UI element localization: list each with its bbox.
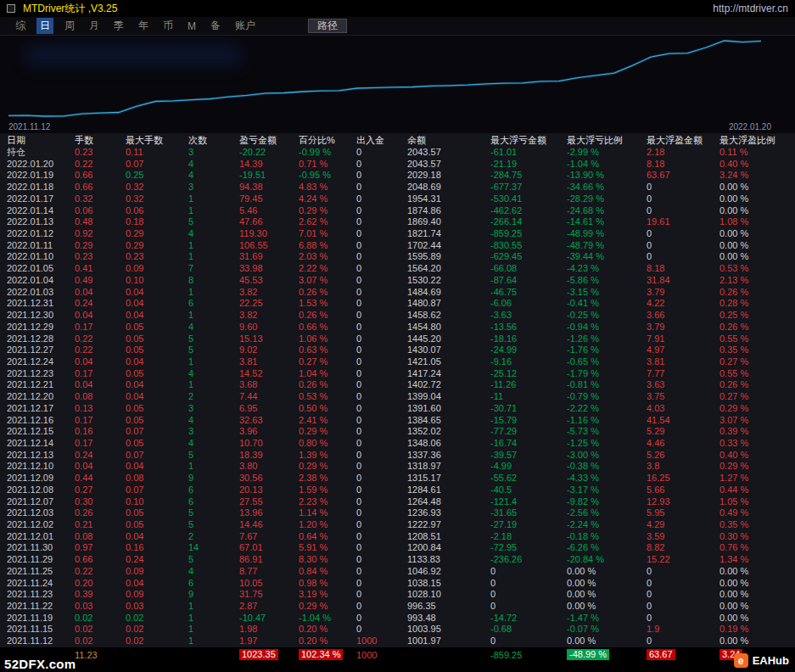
cell-deposit: 0 (356, 310, 407, 322)
menu-item-币[interactable]: 币 (160, 18, 176, 34)
table-row-2021.12.24[interactable]: 2021.12.240.040.0413.810.27 %01421.05-9.… (0, 356, 795, 368)
cell-deposit: 0 (356, 228, 407, 240)
cell-percent: 0.64 % (299, 531, 356, 543)
menu-item-M[interactable]: M (184, 20, 199, 33)
table-row-2022.01.18[interactable]: 2022.01.180.660.32394.384.83 %02048.69-6… (0, 182, 795, 193)
table-row-2021.12.03[interactable]: 2021.12.030.260.05513.961.14 %01236.93-3… (0, 507, 795, 519)
table-row-2021.11.29[interactable]: 2021.11.290.660.24586.918.30 %01133.83-2… (0, 554, 795, 566)
table-row-2021.12.31[interactable]: 2021.12.310.240.04622.251.53 %01480.87-6… (0, 298, 795, 310)
vendor-url[interactable]: http://mtdriver.cn (713, 3, 788, 14)
table-row-2021.11.25[interactable]: 2021.11.250.220.0948.770.84 %01046.9200.… (0, 566, 795, 578)
cell-balance: 993.48 (407, 613, 490, 624)
cell-max-lots: 0.29 (126, 240, 188, 252)
table-row-2021.11.12[interactable]: 2021.11.120.020.0211.970.20 %10001001.97… (0, 636, 795, 647)
cell-max-float-profit: 8.18 (647, 263, 719, 275)
cell-max-float-loss-pct: -1.79 % (567, 368, 647, 380)
cell-max-float-profit-pct: 0.40 % (719, 159, 795, 171)
cell-max-float-profit-pct: 0.55 % (719, 333, 795, 345)
cell-profit: 8.77 (239, 566, 299, 578)
table-row-2021.11.30[interactable]: 2021.11.300.970.161467.015.91 %01200.84-… (0, 542, 795, 554)
cell-max-float-profit: 63.67 (647, 170, 719, 182)
menu-item-备[interactable]: 备 (207, 18, 224, 34)
cell-max-lots: 0.04 (126, 391, 188, 403)
menu-item-日[interactable]: 日 (36, 18, 53, 34)
total-deposit: 1000 (356, 650, 407, 660)
cell-deposit: 0 (356, 205, 407, 217)
cell-balance: 1530.22 (407, 275, 490, 287)
cell-lots: 0.22 (75, 344, 126, 356)
equity-chart: 2021.11.12 2022.01.20 (0, 36, 795, 133)
cell-deposit: 0 (356, 333, 407, 345)
table-row-2021.12.28[interactable]: 2021.12.280.220.05515.131.06 %01445.20-1… (0, 333, 795, 345)
table-row-2021.12.02[interactable]: 2021.12.020.210.05514.461.20 %01222.97-2… (0, 519, 795, 531)
table-row-2021.12.30[interactable]: 2021.12.300.040.0413.820.26 %01458.62-3.… (0, 310, 795, 322)
table-row-2021.12.21[interactable]: 2021.12.210.040.0413.680.26 %01402.72-11… (0, 379, 795, 391)
cell-max-float-profit: 16.25 (647, 473, 719, 484)
table-row-2022.01.14[interactable]: 2022.01.140.060.0615.460.29 %01874.86-46… (0, 205, 795, 217)
cell-max-lots: 0.05 (126, 415, 188, 427)
menu-item-综[interactable]: 综 (12, 18, 29, 34)
cell-max-float-profit-pct: 0.00 % (719, 182, 795, 193)
path-button[interactable]: 路径 (308, 19, 347, 33)
table-row-2022.01.04[interactable]: 2022.01.040.490.10845.533.07 %01530.22-8… (0, 275, 795, 287)
table-row-2021.12.08[interactable]: 2021.12.080.270.07620.131.59 %01284.61-4… (0, 484, 795, 496)
table-row-2022.01.05[interactable]: 2022.01.050.410.09733.982.22 %01564.20-6… (0, 263, 795, 275)
cell-date: 2021.12.07 (7, 496, 75, 508)
table-row-2022.01.20[interactable]: 2022.01.200.220.07414.390.71 %02043.57-2… (0, 159, 795, 171)
table-row-2021.12.17[interactable]: 2021.12.170.130.0536.950.50 %01391.60-30… (0, 403, 795, 415)
cell-max-float-profit: 0 (647, 566, 719, 578)
menu-item-季[interactable]: 季 (110, 18, 127, 34)
cell-date: 2022.01.12 (7, 228, 75, 240)
menu-item-年[interactable]: 年 (135, 18, 152, 34)
table-row-持仓[interactable]: 持仓0.230.113-20.22-0.99 %02043.57-61.01-2… (0, 147, 795, 159)
cell-max-float-profit-pct: 0.00 % (719, 589, 795, 601)
menu-item-周[interactable]: 周 (61, 18, 78, 34)
table-row-2022.01.03[interactable]: 2022.01.030.040.0413.820.26 %01484.69-46… (0, 287, 795, 299)
cell-max-float-profit: 3.79 (647, 287, 719, 299)
cell-date: 2021.12.10 (7, 461, 75, 473)
table-row-2022.01.11[interactable]: 2022.01.110.290.291106.556.88 %01702.44-… (0, 240, 795, 252)
table-row-2021.12.23[interactable]: 2021.12.230.170.05414.521.04 %01417.24-2… (0, 368, 795, 380)
cell-max-float-profit: 8.18 (647, 159, 719, 171)
cell-max-float-profit: 4.22 (647, 298, 719, 310)
menu-item-账户[interactable]: 账户 (232, 18, 259, 34)
table-row-2022.01.13[interactable]: 2022.01.130.480.18547.662.62 %01869.40-2… (0, 216, 795, 228)
table-row-2021.11.19[interactable]: 2021.11.190.020.021-10.47-1.04 %0993.48-… (0, 613, 795, 624)
table-row-2021.12.29[interactable]: 2021.12.290.170.0549.600.66 %01454.80-13… (0, 322, 795, 333)
menu-item-月[interactable]: 月 (86, 18, 103, 34)
table-row-2021.12.15[interactable]: 2021.12.150.160.0733.960.29 %01352.02-77… (0, 426, 795, 438)
table-row-2022.01.17[interactable]: 2022.01.170.320.32179.454.24 %01954.31-5… (0, 193, 795, 205)
table-row-2021.11.24[interactable]: 2021.11.240.200.04610.050.98 %01038.1500… (0, 578, 795, 590)
table-row-2021.12.07[interactable]: 2021.12.070.300.10627.552.23 %01264.48-1… (0, 496, 795, 508)
table-row-2021.12.14[interactable]: 2021.12.140.170.05410.700.80 %01348.06-1… (0, 438, 795, 450)
cell-max-float-profit-pct: 0.27 % (719, 356, 795, 368)
cell-count: 8 (188, 275, 239, 287)
cell-max-lots: 0.05 (126, 368, 188, 380)
table-row-2021.11.15[interactable]: 2021.11.150.020.0211.980.20 %01003.95-0.… (0, 624, 795, 636)
cell-balance: 1484.69 (407, 287, 490, 299)
table-row-2021.12.20[interactable]: 2021.12.200.080.0427.440.53 %01399.04-11… (0, 391, 795, 403)
cell-max-float-profit-pct: 0.00 % (719, 205, 795, 217)
cell-max-float-loss-pct: -5.86 % (567, 275, 647, 287)
table-row-2021.12.16[interactable]: 2021.12.160.170.05432.632.41 %01384.65-1… (0, 415, 795, 427)
table-row-2021.12.09[interactable]: 2021.12.090.440.08930.562.38 %01315.17-5… (0, 473, 795, 484)
cell-max-float-loss-pct: -2.24 % (567, 519, 647, 531)
table-row-2022.01.12[interactable]: 2022.01.120.920.294119.307.01 %01821.74-… (0, 228, 795, 240)
table-row-2021.11.23[interactable]: 2021.11.230.390.09931.753.19 %01028.1000… (0, 589, 795, 601)
table-row-2022.01.19[interactable]: 2022.01.190.660.254-19.51-0.95 %02029.18… (0, 170, 795, 182)
cell-lots: 0.49 (75, 275, 126, 287)
cell-date: 2021.12.29 (7, 322, 75, 333)
table-row-2021.12.01[interactable]: 2021.12.010.080.0427.670.64 %01208.51-2.… (0, 531, 795, 543)
table-row-2022.01.10[interactable]: 2022.01.100.230.23131.692.03 %01595.89-6… (0, 251, 795, 263)
cell-lots: 0.22 (75, 566, 126, 578)
table-row-2021.12.10[interactable]: 2021.12.100.040.0413.800.29 %01318.97-4.… (0, 461, 795, 473)
cell-max-lots: 0.05 (126, 333, 188, 345)
cell-max-float-profit-pct: 0.76 % (719, 542, 795, 554)
table-row-2021.11.22[interactable]: 2021.11.220.030.0312.870.29 %0996.3500.0… (0, 601, 795, 613)
cell-count: 1 (188, 461, 239, 473)
table-row-2021.12.27[interactable]: 2021.12.270.220.0559.020.63 %01430.07-24… (0, 344, 795, 356)
cell-max-float-loss-pct: -2.99 % (567, 147, 647, 159)
cell-max-float-profit: 7.77 (647, 368, 719, 380)
cell-percent: 1.04 % (299, 368, 356, 380)
table-row-2021.12.13[interactable]: 2021.12.130.240.07518.391.39 %01337.36-3… (0, 450, 795, 462)
